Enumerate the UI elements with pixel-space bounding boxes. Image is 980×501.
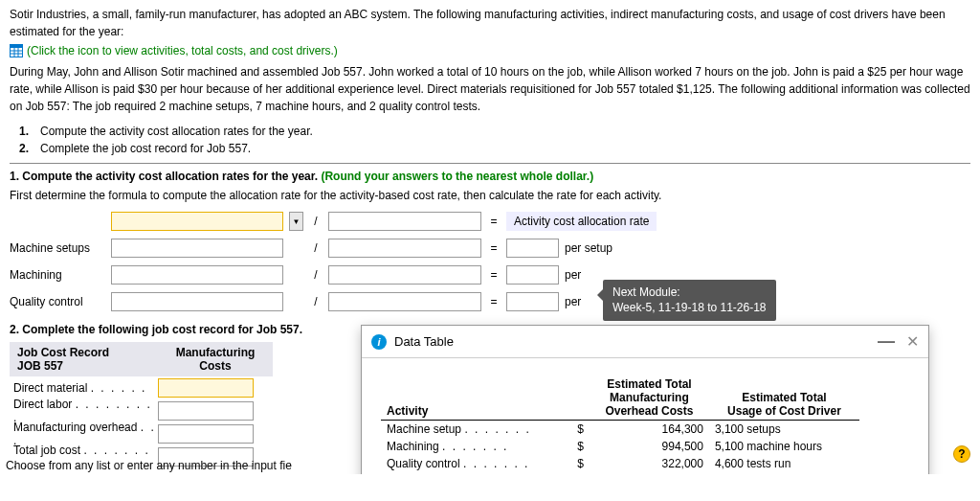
- rate-label: Activity cost allocation rate: [506, 212, 657, 231]
- activity-data-table: Activity Estimated Total Manufacturing O…: [381, 376, 859, 472]
- direct-material-input[interactable]: [158, 378, 254, 398]
- view-activities-link[interactable]: (Click the icon to view activities, tota…: [10, 44, 970, 57]
- help-button[interactable]: ?: [953, 445, 970, 463]
- view-activities-text: (Click the icon to view activities, tota…: [27, 44, 338, 57]
- svg-rect-2: [11, 45, 22, 48]
- formula-numerator-select[interactable]: [111, 212, 283, 231]
- close-button[interactable]: ✕: [906, 332, 919, 351]
- quality-rate[interactable]: [506, 292, 559, 311]
- table-row: Quality control . . . . . . . $ 322,000 …: [381, 455, 859, 472]
- quality-denominator[interactable]: [328, 292, 481, 311]
- footer-instruction: Choose from any list or enter any number…: [6, 459, 292, 472]
- q1-header: 1. Compute the activity cost allocation …: [10, 170, 970, 183]
- machining-row: Machining / = per: [10, 263, 970, 286]
- direct-material-label: Direct material . . . . . .: [10, 381, 158, 395]
- table-icon: [10, 44, 23, 57]
- requirement-2: 2. Complete the job cost record for Job …: [19, 140, 970, 157]
- setups-denominator[interactable]: [328, 239, 481, 258]
- formula-denominator-select[interactable]: [328, 212, 481, 231]
- modal-title: Data Table: [394, 334, 454, 349]
- machine-setups-row: Machine setups / = per setup: [10, 237, 970, 260]
- requirement-1: 1. Compute the activity cost allocation …: [19, 123, 970, 140]
- q1-subtext: First determine the formula to compute t…: [10, 189, 970, 202]
- info-icon: i: [371, 334, 387, 350]
- data-table-modal: i Data Table — ✕ Activity Estimated Tota…: [361, 325, 929, 474]
- scenario-text: During May, John and Allison Sotir machi…: [10, 63, 970, 115]
- quality-control-row: Quality control / = per: [10, 290, 970, 313]
- setups-numerator[interactable]: [111, 239, 283, 258]
- next-module-tooltip: Next Module: Week-5, 11-19-18 to 11-26-1…: [603, 280, 776, 321]
- table-row: Machining . . . . . . . $ 994,500 5,100 …: [381, 438, 859, 455]
- machining-rate[interactable]: [506, 265, 559, 285]
- formula-header-row: ▼ / = Activity cost allocation rate: [10, 210, 970, 233]
- minimize-button[interactable]: —: [878, 331, 895, 352]
- table-row: Machine setup . . . . . . . $ 164,300 3,…: [381, 421, 859, 439]
- machining-numerator[interactable]: [111, 265, 283, 285]
- setups-rate[interactable]: [506, 239, 559, 258]
- quality-numerator[interactable]: [111, 292, 283, 311]
- machining-denominator[interactable]: [328, 265, 481, 285]
- intro-text: Sotir Industries, a small, family-run ma…: [10, 6, 970, 40]
- divider: [10, 163, 970, 164]
- direct-labor-input[interactable]: [158, 401, 254, 421]
- job-cost-record: Job Cost Record JOB 557 Manufacturing Co…: [10, 342, 273, 468]
- manufacturing-overhead-input[interactable]: [158, 424, 254, 444]
- dropdown-icon[interactable]: ▼: [289, 212, 303, 231]
